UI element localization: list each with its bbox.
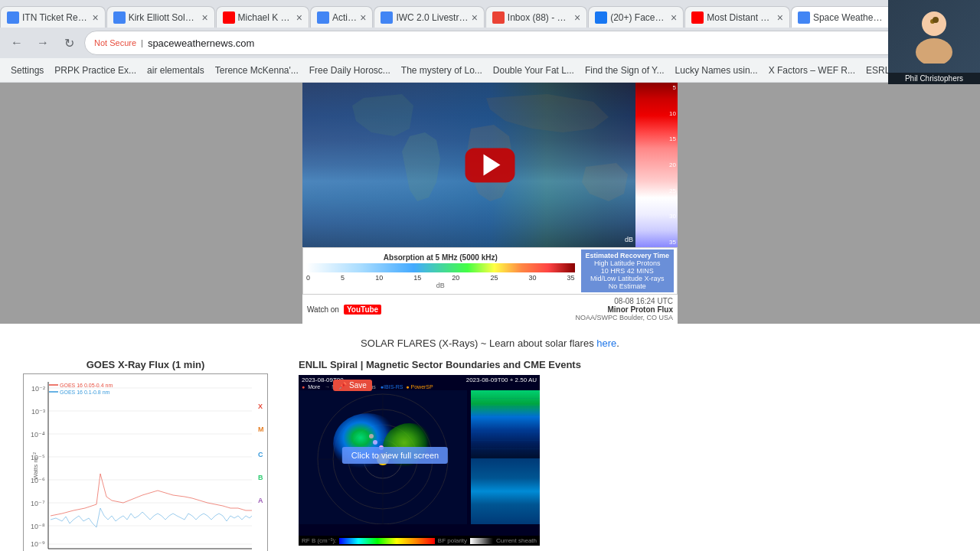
bookmark-fat-label: Double Your Fat L... <box>493 65 574 76</box>
goes-chart-area: 10⁻² 10⁻³ 10⁻⁴ 10⁻⁵ 10⁻⁶ 10⁻⁷ 10⁻⁸ 10⁻⁹ … <box>23 373 268 551</box>
solar-flares-link[interactable]: here <box>596 337 616 349</box>
svg-text:B: B <box>258 474 263 481</box>
tab-label-most-distant: Most Distant Sta... <box>707 12 773 23</box>
save-button[interactable]: 📌 Save <box>333 380 372 391</box>
reload-button[interactable]: ↻ <box>58 32 80 54</box>
tab-inbox[interactable]: Inbox (88) - phil... × <box>485 6 587 28</box>
recovery-time-box: Estimated Recovery Time High Latitude Pr… <box>581 249 674 292</box>
bookmark-mystery-label: The mystery of Lo... <box>401 65 482 76</box>
scale-35: 35 <box>567 274 575 282</box>
scale-0: 0 <box>306 274 310 282</box>
svg-text:10⁻³: 10⁻³ <box>31 408 45 416</box>
tab-close-michael[interactable]: × <box>296 11 302 24</box>
bookmark-settings-label: Settings <box>11 65 44 76</box>
tab-bar: ITN Ticket Receipt × Kirk Elliott Sole C… <box>0 0 980 28</box>
bookmark-lucky[interactable]: Lucky Names usin... <box>671 64 763 77</box>
not-secure-label: Not Secure <box>94 38 136 47</box>
goes-chart-svg: 10⁻² 10⁻³ 10⁻⁴ 10⁻⁵ 10⁻⁶ 10⁻⁷ 10⁻⁸ 10⁻⁹ … <box>24 374 268 551</box>
svg-text:10⁻⁷: 10⁻⁷ <box>31 500 45 507</box>
tab-michael[interactable]: Michael K Jaco × <box>216 6 309 28</box>
svg-point-51 <box>373 440 377 445</box>
tab-close-kirk[interactable]: × <box>201 11 207 24</box>
youtube-label: YouTube <box>344 305 381 315</box>
tab-favicon-kirk <box>113 11 126 24</box>
url-separator: | <box>141 38 143 47</box>
absorption-title: Absorption at 5 MHz (5000 kHz) <box>306 253 575 262</box>
tab-favicon-iwc <box>381 11 393 24</box>
save-button-label: Save <box>349 381 367 390</box>
bookmark-settings[interactable]: Settings <box>6 64 48 77</box>
tab-close-activity[interactable]: × <box>360 11 366 24</box>
tab-label-iwc: IWC 2.0 Livestrea... <box>396 12 468 23</box>
goes-chart-container: GOES X-Ray Flux (1 min) 10⁻² 10⁻³ 10⁻⁴ 1… <box>23 359 268 551</box>
tab-close-iwc[interactable]: × <box>472 11 478 24</box>
scale-15: 15 <box>413 274 421 282</box>
enlil-container: ENLIL Spiral | Magnetic Sector Boundarie… <box>299 359 957 536</box>
tab-activity[interactable]: Activity × <box>310 6 374 28</box>
bookmark-sign[interactable]: Find the Sign of Y... <box>580 64 669 77</box>
bookmark-mystery[interactable]: The mystery of Lo... <box>397 64 487 77</box>
svg-point-50 <box>369 434 374 439</box>
tab-itn[interactable]: ITN Ticket Receipt × <box>0 6 106 28</box>
bookmark-horoscope[interactable]: Free Daily Horosc... <box>305 64 395 77</box>
bookmarks-bar: Settings PRPK Practice Ex... air element… <box>0 58 980 83</box>
bookmark-terence[interactable]: Terence McKenna'... <box>211 64 303 77</box>
tab-label-kirk: Kirk Elliott Sole C... <box>129 12 199 23</box>
tab-label-michael: Michael K Jaco <box>238 12 293 23</box>
video-area[interactable]: 5 10 15 20 25 30 35 dB <box>302 83 678 247</box>
tab-close-itn[interactable]: × <box>92 11 98 24</box>
watch-on-text: Watch on <box>307 305 339 314</box>
tab-space-weather[interactable]: Space Weather N... × <box>791 6 901 28</box>
bookmark-air-label: air elementals <box>147 65 204 76</box>
enlil-image[interactable]: 2023-08-09T00 2023-08-09T00 + 2.50 AU ●M… <box>299 375 540 536</box>
flux-label: Minor Proton Flux <box>575 305 673 314</box>
click-fullscreen-button[interactable]: Click to view full screen <box>342 447 448 464</box>
absorption-bar: Absorption at 5 MHz (5000 kHz) 0 5 10 15… <box>302 247 678 295</box>
bookmark-air[interactable]: air elementals <box>142 64 209 77</box>
svg-text:10⁻⁴: 10⁻⁴ <box>31 431 45 439</box>
tab-most-distant[interactable]: Most Distant Sta... × <box>684 6 790 28</box>
tab-favicon-inbox <box>492 11 505 24</box>
svg-text:10⁻²: 10⁻² <box>31 385 45 393</box>
svg-point-3 <box>933 17 939 23</box>
enlil-scale-bar: RF B (cm⁻³): BF polarity Current sheath <box>299 536 540 546</box>
person-silhouette <box>911 10 957 64</box>
profile-name: Phil Christophers <box>888 73 980 84</box>
youtube-play-button[interactable] <box>466 148 515 182</box>
tab-label-activity: Activity <box>332 12 357 23</box>
svg-text:X: X <box>258 403 263 410</box>
charts-section: GOES X-Ray Flux (1 min) 10⁻² 10⁻³ 10⁻⁴ 1… <box>0 355 980 551</box>
tab-favicon-michael <box>223 11 235 24</box>
tab-favicon-facebook <box>595 11 607 24</box>
tab-close-most-distant[interactable]: × <box>777 11 783 24</box>
svg-text:Watts m⁻²: Watts m⁻² <box>32 452 39 480</box>
profile-picture-container: Phil Christophers <box>888 0 980 84</box>
svg-point-0 <box>922 11 946 36</box>
enlil-date2: 2023-08-09T00 + 2.50 AU <box>466 377 537 383</box>
solar-flares-text: SOLAR FLARES (X-Rays) ~ Learn about sola… <box>0 331 980 355</box>
bookmark-prpk-label: PRPK Practice Ex... <box>54 65 136 76</box>
svg-text:GOES 16 0.1-0.8 nm: GOES 16 0.1-0.8 nm <box>60 390 110 395</box>
svg-text:10⁻⁸: 10⁻⁸ <box>31 523 45 530</box>
tab-facebook[interactable]: (20+) Facebook × <box>588 6 684 28</box>
bookmark-terence-label: Terence McKenna'... <box>215 65 299 76</box>
video-container: 5 10 15 20 25 30 35 dB Absorption at 5 M… <box>302 83 678 324</box>
bookmark-xfactors[interactable]: X Factors – WEF R... <box>764 64 860 77</box>
back-button[interactable]: ← <box>6 32 28 54</box>
tab-close-inbox[interactable]: × <box>574 11 580 24</box>
bookmark-prpk[interactable]: PRPK Practice Ex... <box>50 64 141 77</box>
tab-close-facebook[interactable]: × <box>671 11 677 24</box>
tab-kirk[interactable]: Kirk Elliott Sole C... × <box>106 6 215 28</box>
tab-favicon-most-distant <box>691 11 704 24</box>
address-bar: ← → ↻ Not Secure | spaceweathernews.com … <box>0 28 980 58</box>
bookmark-fat[interactable]: Double Your Fat L... <box>488 64 579 77</box>
tab-iwc[interactable]: IWC 2.0 Livestrea... × <box>374 6 484 28</box>
video-source: NOAA/SWPC Boulder, CO USA <box>575 314 673 321</box>
tab-label-itn: ITN Ticket Receipt <box>22 12 89 23</box>
forward-button[interactable]: → <box>32 32 54 54</box>
tab-label-space-weather: Space Weather N... <box>813 12 884 23</box>
tab-favicon-space-weather <box>798 11 810 24</box>
db-label2: dB <box>306 282 575 289</box>
url-bar[interactable]: Not Secure | spaceweathernews.com <box>84 31 902 55</box>
scale-20: 20 <box>452 274 459 282</box>
